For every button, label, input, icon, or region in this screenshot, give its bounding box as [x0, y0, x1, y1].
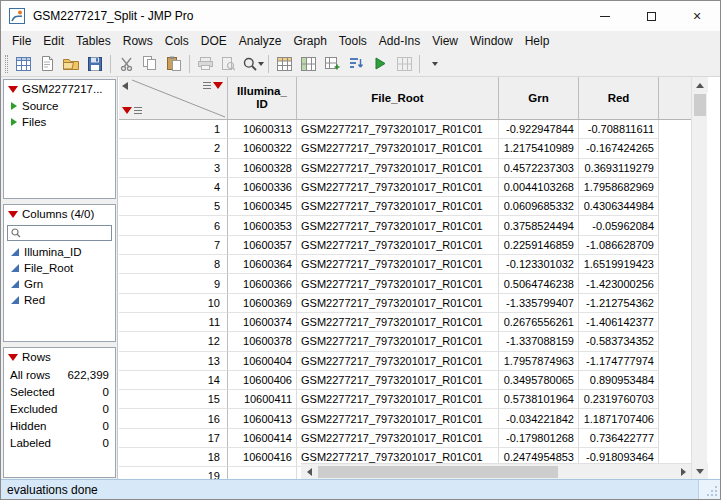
resize-grip[interactable]: [698, 480, 720, 499]
row-number-cell[interactable]: 3: [119, 159, 228, 178]
menu-window[interactable]: Window: [464, 32, 519, 50]
cell-grn[interactable]: 0.2676556261: [499, 313, 579, 332]
row-number-cell[interactable]: 9: [119, 274, 228, 293]
rows-menu-button[interactable]: [122, 107, 142, 114]
save-button[interactable]: [83, 53, 107, 75]
rows-stat-excluded[interactable]: Excluded 0: [4, 400, 115, 417]
cell-illumina-id[interactable]: 10600336: [228, 178, 297, 197]
cell-file-root[interactable]: GSM2277217_7973201017_R01C01: [297, 236, 499, 255]
column-item-red[interactable]: Red: [4, 292, 115, 308]
cell-file-root[interactable]: GSM2277217_7973201017_R01C01: [297, 371, 499, 390]
tools-disabled-button[interactable]: [392, 53, 416, 75]
cell-red[interactable]: 1.6519919423: [579, 255, 659, 274]
cell-red[interactable]: 0.2319760703: [579, 390, 659, 409]
summary-table-button[interactable]: [272, 53, 296, 75]
cell-grn[interactable]: 0.5064746238: [499, 274, 579, 293]
cell-illumina-id[interactable]: 10600413: [228, 409, 297, 428]
rows-stat-selected[interactable]: Selected 0: [4, 383, 115, 400]
toolbar-overflow-button[interactable]: [423, 53, 447, 75]
run-script-button[interactable]: [368, 53, 392, 75]
cell-grn[interactable]: -0.123301032: [499, 255, 579, 274]
red-triangle-menu-icon[interactable]: [8, 354, 18, 361]
cell-illumina-id[interactable]: 10600411: [228, 390, 297, 409]
maximize-button[interactable]: [628, 1, 674, 31]
cell-red[interactable]: -0.708811611: [579, 120, 659, 139]
cell-file-root[interactable]: GSM2277217_7973201017_R01C01: [297, 159, 499, 178]
close-button[interactable]: ×: [674, 1, 720, 31]
cell-red[interactable]: 0.4306344984: [579, 197, 659, 216]
cut-button[interactable]: [114, 53, 138, 75]
cell-grn[interactable]: 0.5738101964: [499, 390, 579, 409]
vertical-scrollbar[interactable]: [691, 77, 707, 479]
red-triangle-menu-icon[interactable]: [8, 86, 18, 93]
cell-red[interactable]: -1.406142377: [579, 313, 659, 332]
cell-file-root[interactable]: GSM2277217_7973201017_R01C01: [297, 390, 499, 409]
cell-grn[interactable]: 0.4572237303: [499, 159, 579, 178]
menu-help[interactable]: Help: [519, 32, 556, 50]
cell-file-root[interactable]: GSM2277217_7973201017_R01C01: [297, 313, 499, 332]
cell-illumina-id[interactable]: 10600369: [228, 294, 297, 313]
cell-illumina-id[interactable]: 10600404: [228, 352, 297, 371]
column-header-red[interactable]: Red: [579, 77, 659, 119]
cell-red[interactable]: -1.212754362: [579, 294, 659, 313]
cell-grn[interactable]: -1.337088159: [499, 332, 579, 351]
rows-stat-hidden[interactable]: Hidden 0: [4, 417, 115, 434]
open-file-button[interactable]: [59, 53, 83, 75]
cell-red[interactable]: -0.167424265: [579, 139, 659, 158]
vertical-scroll-thumb[interactable]: [694, 94, 706, 116]
cell-illumina-id[interactable]: 10600366: [228, 274, 297, 293]
cell-file-root[interactable]: GSM2277217_7973201017_R01C01: [297, 197, 499, 216]
table-script-source[interactable]: Source: [4, 98, 115, 114]
cell-red[interactable]: 1.1871707406: [579, 409, 659, 428]
toolbar-grip[interactable]: [5, 55, 8, 73]
cell-file-root[interactable]: GSM2277217_7973201017_R01C01: [297, 332, 499, 351]
cell-file-root[interactable]: GSM2277217_7973201017_R01C01: [297, 178, 499, 197]
cell-file-root[interactable]: GSM2277217_7973201017_R01C01: [297, 294, 499, 313]
scroll-up-button[interactable]: [692, 77, 708, 93]
cell-grn[interactable]: -0.922947844: [499, 120, 579, 139]
cell-illumina-id[interactable]: 10600345: [228, 197, 297, 216]
cell-grn[interactable]: -0.179801268: [499, 429, 579, 448]
cell-file-root[interactable]: GSM2277217_7973201017_R01C01: [297, 409, 499, 428]
minimize-button[interactable]: [582, 1, 628, 31]
cell-grn[interactable]: 0.3758524494: [499, 216, 579, 235]
row-number-cell[interactable]: 1: [119, 120, 228, 139]
cell-red[interactable]: -1.423000256: [579, 274, 659, 293]
column-item-file-root[interactable]: File_Root: [4, 260, 115, 276]
menu-analyze[interactable]: Analyze: [233, 32, 288, 50]
print-preview-button[interactable]: [217, 53, 241, 75]
cell-illumina-id[interactable]: [228, 467, 297, 479]
row-number-cell[interactable]: 5: [119, 197, 228, 216]
paste-button[interactable]: [162, 53, 186, 75]
horizontal-scrollbar[interactable]: [301, 463, 691, 479]
menu-edit[interactable]: Edit: [37, 32, 70, 50]
menu-doe[interactable]: DOE: [195, 32, 233, 50]
new-journal-button[interactable]: [35, 53, 59, 75]
row-number-cell[interactable]: 11: [119, 313, 228, 332]
table-script-files[interactable]: Files: [4, 114, 115, 130]
column-item-grn[interactable]: Grn: [4, 276, 115, 292]
cell-grn[interactable]: 0.2259146859: [499, 236, 579, 255]
columns-menu-button[interactable]: [203, 82, 223, 89]
row-number-cell[interactable]: 4: [119, 178, 228, 197]
row-number-cell[interactable]: 16: [119, 409, 228, 428]
cell-illumina-id[interactable]: 10600353: [228, 216, 297, 235]
row-number-cell[interactable]: 8: [119, 255, 228, 274]
cell-red[interactable]: 0.890953484: [579, 371, 659, 390]
script-icon[interactable]: [11, 118, 17, 126]
split-table-button[interactable]: [296, 53, 320, 75]
cell-red[interactable]: 0.3693119279: [579, 159, 659, 178]
cell-file-root[interactable]: GSM2277217_7973201017_R01C01: [297, 255, 499, 274]
menu-view[interactable]: View: [426, 32, 464, 50]
cell-file-root[interactable]: GSM2277217_7973201017_R01C01: [297, 120, 499, 139]
column-header-illumina-id[interactable]: Illumina_ ID: [228, 77, 297, 119]
cell-illumina-id[interactable]: 10600313: [228, 120, 297, 139]
menu-cols[interactable]: Cols: [159, 32, 195, 50]
column-item-illumina-id[interactable]: Illumina_ID: [4, 244, 115, 260]
join-table-button[interactable]: [320, 53, 344, 75]
red-triangle-menu-icon[interactable]: [8, 211, 18, 218]
row-number-cell[interactable]: 18: [119, 448, 228, 467]
zoom-button[interactable]: [241, 53, 265, 75]
cell-file-root[interactable]: GSM2277217_7973201017_R01C01: [297, 139, 499, 158]
row-number-cell[interactable]: 13: [119, 352, 228, 371]
